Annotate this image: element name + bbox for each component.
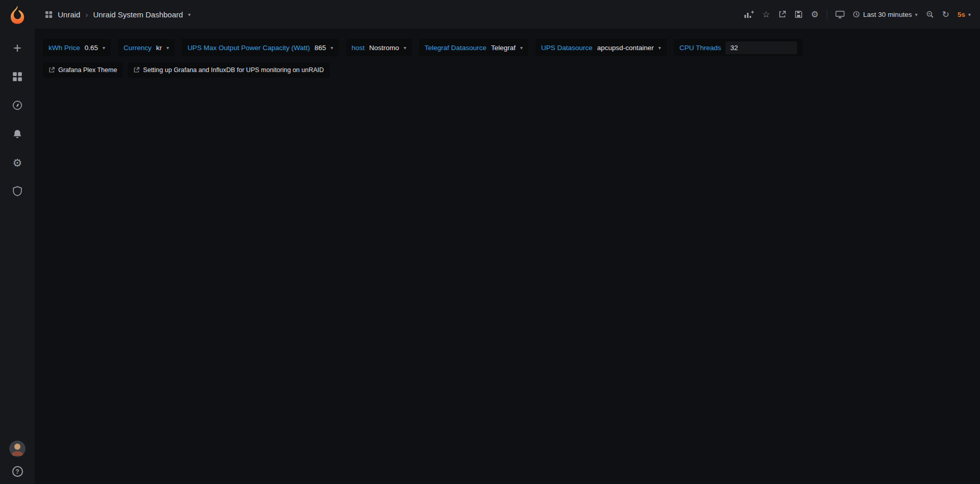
breadcrumb-folder[interactable]: Unraid bbox=[58, 10, 80, 19]
variable-kwh-price[interactable]: kWh Price0.65▾ bbox=[43, 39, 111, 56]
chevron-down-icon: ▾ bbox=[404, 45, 406, 51]
dashboards-icon[interactable] bbox=[9, 68, 26, 85]
variable-value[interactable]: Nostromo bbox=[369, 44, 400, 52]
server-admin-shield-icon[interactable] bbox=[9, 183, 26, 199]
grafana-app: + ⚙ ? bbox=[0, 0, 980, 484]
refresh-interval-picker[interactable]: 5s ▾ bbox=[958, 11, 971, 18]
variable-label: host bbox=[352, 44, 365, 52]
help-glyph: ? bbox=[15, 468, 19, 475]
user-avatar[interactable] bbox=[9, 441, 26, 457]
variable-label: CPU Threads bbox=[680, 44, 721, 52]
dashboard-submenu: kWh Price0.65▾Currencykr▾UPS Max Output … bbox=[35, 29, 980, 84]
zoom-out-icon[interactable] bbox=[926, 10, 934, 18]
variable-row: kWh Price0.65▾Currencykr▾UPS Max Output … bbox=[43, 39, 971, 56]
star-icon[interactable]: ☆ bbox=[762, 10, 770, 19]
variable-value[interactable]: apcupsd-container bbox=[597, 44, 654, 52]
explore-compass-icon[interactable] bbox=[9, 97, 26, 113]
variable-value[interactable]: kr bbox=[156, 44, 162, 52]
chevron-down-icon: ▾ bbox=[915, 12, 918, 17]
variable-telegraf-datasource[interactable]: Telegraf DatasourceTelegraf▾ bbox=[419, 39, 528, 56]
external-link-icon bbox=[49, 67, 55, 73]
variable-value[interactable]: Telegraf bbox=[491, 44, 516, 52]
link-label: Grafana Plex Theme bbox=[58, 66, 117, 74]
share-icon[interactable] bbox=[778, 10, 786, 18]
apps-grid-icon[interactable] bbox=[45, 11, 53, 18]
chevron-down-icon[interactable]: ▾ bbox=[188, 12, 191, 17]
tv-mode-icon[interactable] bbox=[835, 10, 845, 18]
chevron-down-icon: ▾ bbox=[968, 12, 971, 17]
dashboard-link-setting-up-grafana-and-influxdb-for-ups-monitoring-on-unraid[interactable]: Setting up Grafana and InfluxDB for UPS … bbox=[128, 62, 330, 78]
sidebar-nav: + ⚙ ? bbox=[0, 0, 35, 484]
time-range-picker[interactable]: Last 30 minutes ▾ bbox=[853, 11, 917, 18]
breadcrumb-dashboard[interactable]: Unraid System Dashboard bbox=[93, 10, 183, 19]
dashboard-links-row: Grafana Plex ThemeSetting up Grafana and… bbox=[43, 62, 971, 78]
variable-label: kWh Price bbox=[49, 44, 80, 52]
create-add-icon[interactable]: + bbox=[9, 40, 26, 56]
variable-value[interactable]: 865 bbox=[314, 44, 326, 52]
variable-host[interactable]: hostNostromo▾ bbox=[346, 39, 412, 56]
save-icon[interactable] bbox=[795, 10, 803, 18]
help-icon[interactable]: ? bbox=[12, 466, 23, 477]
variable-label: UPS Datasource bbox=[541, 44, 593, 52]
variable-input[interactable]: 32 bbox=[726, 41, 797, 54]
variable-label: Telegraf Datasource bbox=[425, 44, 486, 52]
dashboard-canvas: UPS Stats UPS Load % Last 12 hours Perce… bbox=[35, 84, 48, 85]
dashboard-link-grafana-plex-theme[interactable]: Grafana Plex Theme bbox=[43, 62, 123, 78]
variable-value[interactable]: 0.65 bbox=[85, 44, 98, 52]
alerting-bell-icon[interactable] bbox=[9, 126, 26, 142]
external-link-icon bbox=[49, 67, 55, 73]
time-range-label: Last 30 minutes bbox=[863, 11, 912, 18]
section-ups-stats[interactable]: UPS Stats bbox=[42, 84, 43, 85]
breadcrumb-separator: › bbox=[85, 10, 88, 19]
settings-gear-icon[interactable]: ⚙ bbox=[811, 10, 819, 19]
external-link-icon bbox=[133, 67, 139, 73]
chevron-down-icon: ▾ bbox=[659, 45, 661, 51]
top-nav: Unraid › Unraid System Dashboard ▾ ☆ ⚙ bbox=[35, 0, 980, 29]
clock-icon bbox=[853, 11, 860, 18]
variable-currency[interactable]: Currencykr▾ bbox=[118, 39, 175, 56]
variable-ups-max-output-power-capacity-watt[interactable]: UPS Max Output Power Capacity (Watt)865▾ bbox=[182, 39, 339, 56]
nav-divider bbox=[827, 9, 827, 19]
refresh-icon[interactable]: ↻ bbox=[942, 10, 949, 19]
variable-label: UPS Max Output Power Capacity (Watt) bbox=[188, 44, 310, 52]
variable-ups-datasource[interactable]: UPS Datasourceapcupsd-container▾ bbox=[535, 39, 667, 56]
refresh-interval-label: 5s bbox=[958, 11, 965, 18]
chevron-down-icon: ▾ bbox=[167, 45, 169, 51]
variable-label: Currency bbox=[124, 44, 152, 52]
grafana-logo[interactable] bbox=[8, 5, 27, 25]
chevron-down-icon: ▾ bbox=[520, 45, 523, 51]
grafana-flame-icon bbox=[8, 5, 27, 25]
external-link-icon bbox=[133, 67, 139, 73]
configuration-gear-icon[interactable]: ⚙ bbox=[9, 154, 26, 171]
link-label: Setting up Grafana and InfluxDB for UPS … bbox=[143, 66, 324, 74]
chevron-down-icon: ▾ bbox=[103, 45, 105, 51]
chevron-down-icon: ▾ bbox=[331, 45, 333, 51]
variable-cpu-threads[interactable]: CPU Threads32 bbox=[674, 39, 803, 56]
add-panel-icon[interactable] bbox=[744, 10, 754, 18]
